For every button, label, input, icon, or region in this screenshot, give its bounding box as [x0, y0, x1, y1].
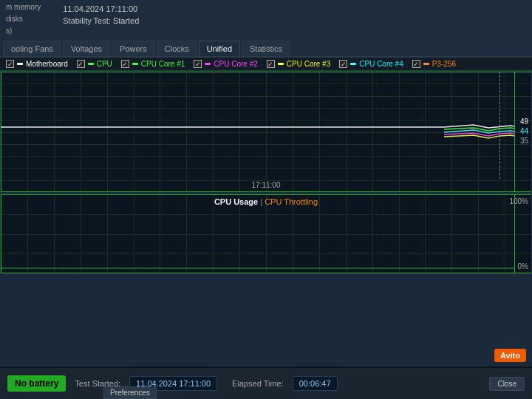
- legend-label-p3256: P3-256: [432, 60, 456, 68]
- time-cursor: [499, 72, 500, 179]
- legend-label-cpu: CPU: [97, 60, 112, 68]
- legend-check-p3256[interactable]: ✓: [412, 60, 420, 68]
- tab-voltages[interactable]: Voltages: [63, 41, 110, 56]
- chart-svg-bottom: [1, 194, 515, 273]
- timestamp-text: 11.04.2024 17:11:00: [63, 4, 526, 13]
- legend-core3[interactable]: ✓ CPU Core #3: [267, 60, 330, 68]
- legend-label-motherboard: Motherboard: [26, 60, 68, 68]
- chart-value-35: 35: [520, 137, 528, 145]
- legend-core2[interactable]: ✓ CPU Core #2: [194, 60, 257, 68]
- legend-check-core4[interactable]: ✓: [339, 60, 347, 68]
- legend-dot-motherboard: [17, 63, 23, 65]
- chart-time-label: 17:11:00: [252, 181, 281, 189]
- legend-check-motherboard[interactable]: ✓: [6, 60, 14, 68]
- legend-check-core1[interactable]: ✓: [121, 60, 129, 68]
- tab-clocks[interactable]: Clocks: [157, 41, 197, 56]
- legend-dot-core4: [350, 63, 356, 65]
- chart-value-49: 49: [520, 117, 528, 126]
- chart-top: 49 44 35 17:11:00: [0, 71, 532, 193]
- tab-unified[interactable]: Unified: [199, 41, 240, 56]
- legend-label-core1: CPU Core #1: [141, 60, 185, 68]
- legend-label-core3: CPU Core #3: [287, 60, 330, 68]
- status-bar: No battery Test Started: 11.04.2024 17:1…: [0, 366, 532, 399]
- legend-bar: ✓ Motherboard ✓ CPU ✓ CPU Core #1 ✓ CPU …: [0, 58, 532, 71]
- legend-cpu[interactable]: ✓ CPU: [77, 60, 112, 68]
- preferences-button[interactable]: Preferences: [103, 386, 157, 399]
- legend-p3256[interactable]: ✓ P3-256: [412, 60, 456, 68]
- legend-check-core3[interactable]: ✓: [267, 60, 275, 68]
- legend-dot-cpu: [88, 63, 94, 65]
- chart-0-label: 0%: [518, 262, 528, 270]
- chart-bottom: CPU Usage | CPU Throttling 100% 0%: [0, 193, 532, 274]
- chart-value-44: 44: [520, 127, 528, 135]
- elapsed-label: Elapsed Time:: [232, 379, 284, 388]
- legend-dot-core3: [278, 63, 284, 65]
- top-section: m memorydiskss) 11.04.2024 17:11:00 Stab…: [0, 0, 532, 38]
- tabs-bar: ooling Fans Voltages Powers Clocks Unifi…: [0, 38, 532, 58]
- legend-core4[interactable]: ✓ CPU Core #4: [339, 60, 403, 68]
- side-list: m memorydiskss): [6, 1, 41, 37]
- legend-label-core4: CPU Core #4: [359, 60, 403, 68]
- elapsed-value: 00:06:47: [293, 376, 338, 391]
- legend-check-cpu[interactable]: ✓: [77, 60, 85, 68]
- tab-fans[interactable]: ooling Fans: [3, 41, 61, 56]
- tab-powers[interactable]: Powers: [112, 41, 155, 56]
- avito-logo: Avito: [494, 349, 526, 362]
- no-battery-badge: No battery: [7, 375, 66, 392]
- chart-svg-top: [1, 72, 531, 192]
- legend-check-core2[interactable]: ✓: [194, 60, 202, 68]
- legend-label-core2: CPU Core #2: [214, 60, 257, 68]
- tab-statistics[interactable]: Statistics: [242, 41, 290, 56]
- legend-dot-p3256: [423, 63, 429, 65]
- legend-dot-core2: [205, 63, 211, 65]
- legend-core1[interactable]: ✓ CPU Core #1: [121, 60, 185, 68]
- legend-motherboard[interactable]: ✓ Motherboard: [6, 60, 68, 68]
- close-button[interactable]: Close: [489, 377, 525, 391]
- stability-status: Stability Test: Started: [63, 16, 526, 25]
- legend-dot-core1: [132, 63, 138, 65]
